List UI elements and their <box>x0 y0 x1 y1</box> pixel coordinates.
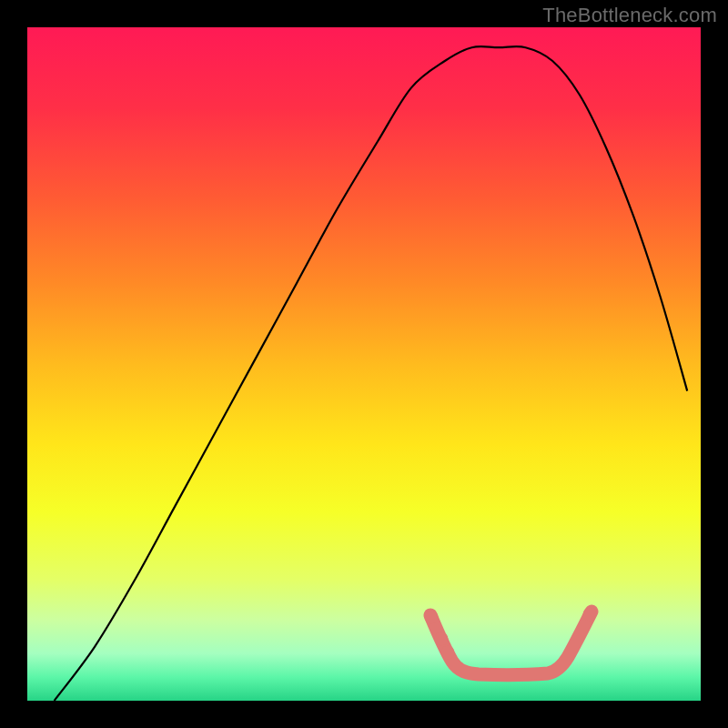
svg-point-4 <box>583 608 597 622</box>
svg-point-1 <box>425 611 439 624</box>
highlight-marker <box>430 612 592 675</box>
chart-frame: TheBottleneck.com <box>0 0 728 728</box>
svg-point-2 <box>435 632 449 646</box>
plot-area <box>27 27 701 701</box>
bottleneck-curve <box>55 46 688 701</box>
curve-layer <box>27 27 701 701</box>
watermark-text: TheBottleneck.com <box>542 4 717 27</box>
svg-point-3 <box>441 646 455 660</box>
